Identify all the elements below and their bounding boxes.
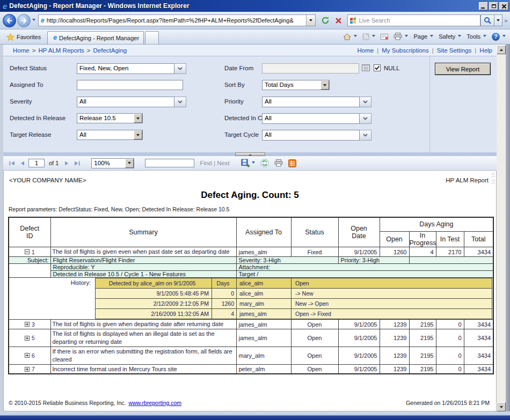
date-from-input[interactable] (262, 63, 359, 73)
address-dropdown-button[interactable] (306, 15, 315, 26)
page-count-label: of 1 (49, 160, 59, 166)
find-link[interactable]: Find (200, 160, 212, 166)
breadcrumb-link[interactable]: DefectAging (93, 47, 127, 54)
defect-assigned-to: james_alm (236, 247, 291, 257)
dropdown-arrow-icon[interactable] (320, 80, 329, 90)
last-page-button[interactable] (72, 157, 82, 169)
site-link-separator: | (377, 47, 378, 54)
severity-dropdown[interactable]: All (77, 97, 186, 107)
feeds-button[interactable] (360, 31, 377, 42)
print-button[interactable] (391, 31, 410, 42)
detected-in-release-select[interactable]: Release 10.5 (77, 113, 143, 123)
sort-by-select[interactable]: Total Days (262, 80, 330, 90)
history-label: History: (9, 278, 95, 286)
expand-icon[interactable] (25, 322, 30, 327)
next-link[interactable]: Next (217, 160, 230, 166)
maximize-button[interactable] (489, 2, 498, 10)
star-icon (6, 33, 14, 41)
search-box[interactable]: Live Search (347, 14, 480, 26)
chevron-down-icon (458, 35, 461, 39)
close-button[interactable] (499, 2, 508, 10)
site-link[interactable]: My Subscriptions (382, 47, 429, 54)
home-button[interactable] (341, 31, 359, 42)
site-link[interactable]: Home (358, 47, 374, 54)
page-menu-label: Page (413, 33, 427, 40)
days-in-test: 0 (436, 329, 464, 347)
tab-defectaging[interactable]: e DefectAging - Report Manager (47, 31, 144, 44)
target-release-select[interactable]: All (77, 130, 143, 140)
dropdown-arrow-icon[interactable] (134, 130, 142, 139)
defect-status-dropdown[interactable]: Fixed, New, Open (77, 63, 186, 74)
detail-empty (9, 264, 50, 278)
scroll-down-button[interactable] (497, 402, 506, 411)
dropdown-arrow-icon[interactable] (125, 159, 134, 168)
history-dropdown-icon[interactable] (32, 19, 35, 23)
expand-icon[interactable] (25, 336, 30, 341)
scroll-up-button[interactable] (497, 45, 506, 54)
view-report-button[interactable]: View Report (435, 63, 491, 75)
assigned-to-input[interactable] (77, 80, 183, 90)
expand-icon[interactable] (25, 353, 30, 358)
target-release-value: All (77, 130, 134, 139)
chevron-down-icon[interactable] (360, 97, 371, 107)
url-text[interactable]: http://localhost/Reports/Pages/Report.as… (47, 17, 307, 24)
export-button[interactable] (239, 157, 257, 169)
priority-dropdown[interactable]: All (262, 97, 371, 107)
expand-icon[interactable] (25, 367, 30, 372)
read-mail-button[interactable] (378, 31, 390, 42)
previous-page-button[interactable] (19, 157, 26, 169)
defect-summary: If there is an error when submitting the… (50, 347, 236, 364)
refresh-report-button[interactable] (259, 157, 271, 169)
chevron-down-icon[interactable] (360, 130, 371, 141)
address-field[interactable]: e http://localhost/Reports/Pages/Report.… (38, 14, 316, 26)
help-menu[interactable]: ? (490, 31, 508, 42)
detected-in-cycle-dropdown[interactable]: All (262, 113, 371, 124)
breadcrumb-link[interactable]: HP ALM Reports (38, 47, 84, 54)
data-feed-button[interactable] (287, 157, 298, 169)
chevron-down-icon[interactable] (360, 113, 371, 124)
tools-menu[interactable]: Tools (464, 31, 489, 42)
report-parameters: Report parameters: DefectStatus: Fixed, … (9, 206, 229, 212)
null-checkbox[interactable] (374, 64, 381, 71)
days-open: 1260 (380, 247, 409, 257)
footer-link[interactable]: www.rbreporting.com (128, 400, 181, 406)
search-options-button[interactable] (494, 14, 502, 26)
defect-id: 1 (32, 249, 35, 255)
safety-menu[interactable]: Safety (436, 31, 463, 42)
severity-value: All (77, 97, 174, 107)
scrollbar-track[interactable] (497, 54, 506, 402)
defect-table: Defect ID Summary Assigned To Status Ope… (8, 217, 494, 374)
page-menu[interactable]: Page (411, 31, 435, 42)
first-page-button[interactable] (8, 157, 17, 169)
chevron-down-icon[interactable] (174, 97, 186, 107)
next-page-button[interactable] (63, 157, 70, 169)
back-button[interactable] (3, 14, 16, 27)
dropdown-arrow-icon[interactable] (134, 114, 142, 123)
stop-button[interactable] (332, 14, 345, 26)
site-link[interactable]: Help (479, 47, 492, 54)
favorites-button[interactable]: Favorites (2, 31, 45, 43)
page-number-input[interactable] (28, 159, 45, 167)
vertical-scrollbar[interactable] (497, 45, 506, 411)
tools-menu-label: Tools (467, 33, 480, 40)
forward-button[interactable] (17, 14, 31, 27)
history-transition: New -> Open (292, 299, 492, 309)
target-cycle-dropdown[interactable]: All (262, 130, 371, 141)
new-tab-stub[interactable] (145, 31, 159, 44)
breadcrumb-separator: > (32, 47, 36, 54)
chevron-down-icon[interactable] (174, 63, 186, 74)
calendar-icon[interactable] (362, 64, 370, 73)
zoom-select[interactable]: 100% (91, 158, 134, 168)
minimize-button[interactable] (479, 2, 488, 10)
site-link[interactable]: Site Settings (437, 47, 472, 54)
search-button[interactable] (480, 14, 494, 26)
collapse-parameters-button[interactable] (235, 152, 265, 156)
col-header-in-progress: In Progress (409, 231, 436, 247)
collapse-icon[interactable] (25, 249, 30, 254)
refresh-button[interactable] (319, 14, 331, 26)
copyright-text: © 2010-2015 Reliable Business Reporting,… (9, 400, 126, 406)
print-report-button[interactable] (273, 157, 285, 169)
find-input[interactable] (145, 159, 194, 167)
overflow-chevron-icon[interactable]: » (504, 18, 507, 24)
breadcrumb-link[interactable]: Home (13, 47, 30, 54)
